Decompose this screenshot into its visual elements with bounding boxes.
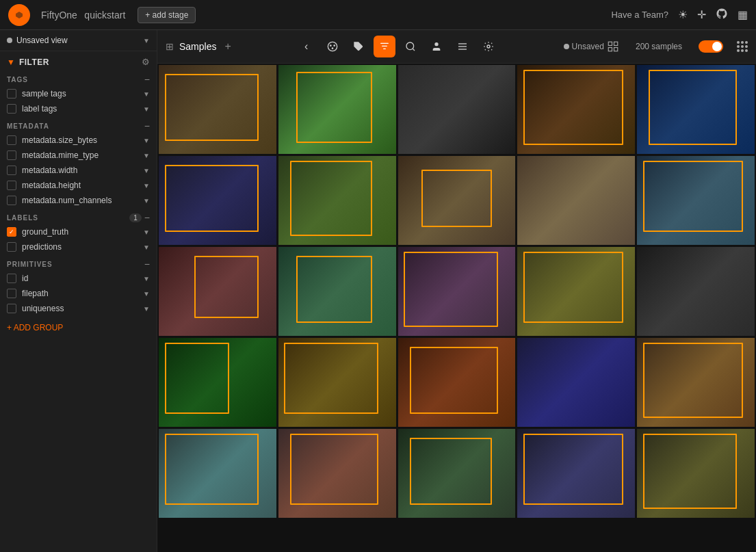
svg-point-9 [406,42,414,50]
sidebar-item-uniqueness[interactable]: uniqueness ▼ [0,301,157,316]
sidebar-item-id[interactable]: id ▼ [0,271,157,286]
sun-icon[interactable]: ☀ [678,8,688,21]
image-cell-23[interactable] [517,429,635,518]
color-scheme-button[interactable] [322,36,343,57]
image-cell-24[interactable] [637,429,755,518]
image-cell-13[interactable] [517,247,635,336]
app-name: FiftyOne quickstart [37,9,125,21]
image-cell-9[interactable] [637,156,755,245]
list-view-button[interactable] [452,36,473,57]
label-tags-checkbox[interactable] [7,104,16,114]
primitives-section-title: PRIMITIVES [7,261,144,268]
image-cell-18[interactable] [517,338,635,427]
view-selector[interactable]: Unsaved view ▼ [0,30,157,51]
image-cell-0[interactable] [159,65,276,154]
sidebar-item-mime-type[interactable]: metadata.mime_type ▼ [0,148,157,163]
person-button[interactable] [426,36,447,57]
filepath-label: filepath [22,289,143,298]
metadata-collapse-icon[interactable]: − [144,120,150,131]
samples-tab-label[interactable]: Samples [179,41,216,52]
filter-icon: ▼ [7,57,15,67]
add-group-button[interactable]: + ADD GROUP [0,316,157,339]
settings-button[interactable] [478,36,499,57]
mime-type-label: metadata.mime_type [22,150,143,160]
image-cell-1[interactable] [278,65,396,154]
unsaved-dot [564,44,569,49]
svg-rect-8 [383,49,386,49]
nav-right: Have a Team? ☀ ✛ ▦ [611,8,748,23]
sample-tags-label: sample tags [22,89,143,98]
sidebar-item-ground-truth[interactable]: ✓ ground_truth ▼ [0,224,157,239]
sample-tags-checkbox[interactable] [7,89,16,98]
filter-settings-icon[interactable]: ⚙ [142,57,150,67]
grid-density-icon[interactable] [737,41,748,52]
image-cell-12[interactable] [398,247,516,336]
view-dropdown-icon: ▼ [143,37,150,44]
bounding-box [410,347,498,414]
image-cell-3[interactable] [517,65,635,154]
filepath-checkbox[interactable] [7,289,16,298]
sidebar-item-filepath[interactable]: filepath ▼ [0,286,157,301]
image-cell-19[interactable] [637,338,755,427]
topnav: FiftyOne quickstart + add stage Have a T… [0,0,756,30]
bounding-box [410,438,492,505]
image-cell-20[interactable] [159,429,276,518]
image-cell-2[interactable] [398,65,516,154]
sidebar-item-width[interactable]: metadata.width ▼ [0,163,157,178]
width-checkbox[interactable] [7,166,16,175]
size-bytes-label: metadata.size_bytes [22,135,143,145]
image-cell-8[interactable] [517,156,635,245]
predictions-checkbox[interactable] [7,242,16,252]
uniqueness-checkbox[interactable] [7,304,16,313]
search-button[interactable] [400,36,421,57]
svg-line-10 [413,49,415,51]
main-layout: Unsaved view ▼ ▼ FILTER ⚙ TAGS − sample … [0,30,756,552]
ground-truth-label: ground_truth [22,227,143,237]
height-label: metadata.height [22,181,143,190]
sidebar-item-size-bytes[interactable]: metadata.size_bytes ▼ [0,133,157,148]
size-bytes-expand-icon: ▼ [143,137,150,144]
image-cell-16[interactable] [278,338,396,427]
image-cell-5[interactable] [159,156,276,245]
back-button[interactable]: ‹ [296,36,317,57]
add-tab-icon[interactable]: + [224,40,231,53]
filter-active-button[interactable] [374,36,395,57]
labels-collapse-icon[interactable]: − [144,212,150,223]
tag-button[interactable] [348,36,369,57]
sidebar-item-label-tags[interactable]: label tags ▼ [0,101,157,116]
image-cell-6[interactable] [278,156,396,245]
content-toolbar: ⊞ Samples + ‹ [157,30,756,64]
bounding-box [296,72,373,143]
num-channels-checkbox[interactable] [7,196,16,205]
size-bytes-checkbox[interactable] [7,135,16,145]
mime-type-checkbox[interactable] [7,150,16,160]
image-cell-7[interactable] [398,156,516,245]
image-cell-17[interactable] [398,338,516,427]
image-cell-21[interactable] [278,429,396,518]
github-icon[interactable] [716,8,728,23]
sidebar-item-predictions[interactable]: predictions ▼ [0,239,157,254]
ground-truth-checkbox[interactable]: ✓ [7,227,16,237]
menu-icon[interactable]: ▦ [738,8,748,21]
image-cell-11[interactable] [278,247,396,336]
image-cell-4[interactable] [637,65,755,154]
tags-collapse-icon[interactable]: − [144,74,150,85]
primitives-collapse-icon[interactable]: − [144,259,150,270]
image-cell-10[interactable] [159,247,276,336]
image-cell-22[interactable] [398,429,516,518]
sidebar-item-sample-tags[interactable]: sample tags ▼ [0,86,157,101]
crosshair-icon[interactable]: ✛ [697,8,706,21]
have-a-team-text: Have a Team? [611,10,668,20]
media-toggle[interactable] [699,40,723,53]
id-checkbox[interactable] [7,274,16,283]
bounding-box [284,343,378,414]
svg-point-11 [434,42,438,46]
image-cell-14[interactable] [637,247,755,336]
sidebar-item-height[interactable]: metadata.height ▼ [0,178,157,193]
height-checkbox[interactable] [7,181,16,190]
image-cell-15[interactable] [159,338,276,427]
sidebar-item-num-channels[interactable]: metadata.num_channels ▼ [0,193,157,208]
primitives-section-header: PRIMITIVES − [0,254,157,271]
predictions-expand-icon: ▼ [143,244,150,251]
add-stage-button[interactable]: + add stage [138,7,196,23]
